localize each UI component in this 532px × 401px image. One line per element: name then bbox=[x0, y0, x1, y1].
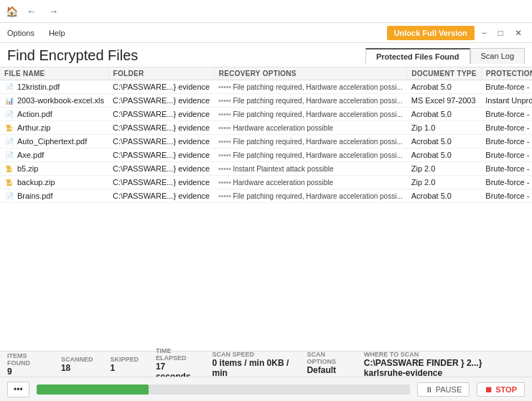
menu-bar: Options Help Unlock Full Version − □ ✕ bbox=[0, 23, 532, 43]
table-row[interactable]: 📄 Auto_Ciphertext.pdf C:\PASSWARE...} ev… bbox=[0, 135, 532, 148]
cell-protection: Brute-force - Fast bbox=[481, 162, 532, 176]
help-menu[interactable]: Help bbox=[47, 26, 67, 40]
filename-text: Arthur.zip bbox=[17, 123, 50, 132]
recovery-text: Instant Plaintext attack possible bbox=[233, 165, 333, 173]
pause-button[interactable]: ⏸ PAUSE bbox=[417, 382, 470, 397]
table-row[interactable]: 🗜 backup.zip C:\PASSWARE...} evidence ••… bbox=[0, 176, 532, 189]
recovery-text: File patching required, Hardware acceler… bbox=[233, 110, 402, 118]
status-bar: ITEMS FOUND 9 SCANNED 18 SKIPPED 1 TIME … bbox=[0, 351, 532, 377]
col-header-filename: FILE NAME bbox=[0, 67, 108, 80]
file-type-icon: 📄 bbox=[4, 150, 14, 160]
recovery-text: Hardware acceleration possible bbox=[233, 124, 333, 132]
close-button[interactable]: ✕ bbox=[510, 27, 526, 39]
scan-speed-value: 0 items / min 0KB / min bbox=[213, 358, 290, 378]
cell-folder: C:\PASSWARE...} evidence bbox=[108, 135, 214, 148]
cell-folder: C:\PASSWARE...} evidence bbox=[108, 108, 214, 121]
cell-protection: Brute-force - Slow bbox=[481, 176, 532, 189]
cell-doctype: Acrobat 5.0 bbox=[407, 135, 482, 148]
stat-skipped: SKIPPED 1 bbox=[110, 356, 139, 373]
title-bar: 🏠 ← → bbox=[0, 0, 532, 23]
cell-filename: 📄 Brains.pdf bbox=[0, 189, 108, 203]
cell-recovery: ••••• File patching required, Hardware a… bbox=[214, 80, 407, 94]
cell-recovery: ••••• Hardware acceleration possible bbox=[214, 176, 407, 189]
page-tabs: Protected Files Found Scan Log bbox=[365, 48, 525, 64]
maximize-button[interactable]: □ bbox=[494, 27, 508, 39]
file-table: FILE NAME FOLDER RECOVERY OPTIONS DOCUME… bbox=[0, 67, 532, 203]
cell-folder: C:\PASSWARE...} evidence bbox=[108, 94, 214, 108]
cell-protection: Instant Unprotection bbox=[481, 94, 532, 108]
skipped-label: SKIPPED bbox=[110, 356, 139, 363]
cell-protection: Brute-force - Medium bbox=[481, 148, 532, 162]
file-table-container: FILE NAME FOLDER RECOVERY OPTIONS DOCUME… bbox=[0, 67, 532, 351]
filename-text: 12kristin.pdf bbox=[17, 82, 60, 91]
scan-options-value: Default bbox=[307, 365, 336, 375]
cell-protection: Brute-force - Medium bbox=[481, 80, 532, 94]
stat-scan-options: SCAN OPTIONS Default bbox=[307, 351, 346, 378]
unlock-full-version-button[interactable]: Unlock Full Version bbox=[387, 26, 475, 40]
home-icon[interactable]: 🏠 bbox=[6, 6, 18, 17]
dots-button[interactable]: ••• bbox=[7, 382, 29, 397]
filename-text: Auto_Ciphertext.pdf bbox=[17, 137, 87, 146]
cell-doctype: Zip 1.0 bbox=[407, 121, 482, 135]
cell-filename: 📊 2003-workbook-excel.xls bbox=[0, 94, 108, 108]
col-header-recovery: RECOVERY OPTIONS bbox=[214, 67, 407, 80]
scan-speed-label: SCAN SPEED bbox=[213, 351, 255, 358]
recovery-text: File patching required, Hardware acceler… bbox=[233, 151, 402, 159]
filename-text: Axe.pdf bbox=[17, 151, 44, 159]
recovery-text: File patching required, Hardware acceler… bbox=[233, 83, 402, 91]
recovery-dots: ••••• bbox=[218, 124, 233, 132]
table-row[interactable]: 📄 Action.pdf C:\PASSWARE...} evidence ••… bbox=[0, 108, 532, 121]
file-type-icon: 📄 bbox=[4, 136, 14, 146]
cell-doctype: Acrobat 5.0 bbox=[407, 108, 482, 121]
file-type-icon: 📄 bbox=[4, 82, 14, 92]
stat-scanned: SCANNED 18 bbox=[61, 356, 93, 373]
cell-protection: Brute-force - Medium bbox=[481, 135, 532, 148]
cell-folder: C:\PASSWARE...} evidence bbox=[108, 189, 214, 203]
items-found-label: ITEMS FOUND bbox=[7, 352, 44, 367]
options-menu[interactable]: Options bbox=[6, 26, 36, 40]
cell-protection: Brute-force - Medium bbox=[481, 108, 532, 121]
pause-label: PAUSE bbox=[436, 385, 462, 394]
back-button[interactable]: ← bbox=[22, 4, 40, 19]
stop-button[interactable]: ⏹ STOP bbox=[477, 382, 525, 397]
cell-filename: 🗜 backup.zip bbox=[0, 176, 108, 189]
file-type-icon: 📄 bbox=[4, 109, 14, 119]
table-row[interactable]: 📄 12kristin.pdf C:\PASSWARE...} evidence… bbox=[0, 80, 532, 94]
menu-bar-left: Options Help bbox=[6, 26, 67, 40]
table-header-row: FILE NAME FOLDER RECOVERY OPTIONS DOCUME… bbox=[0, 67, 532, 80]
cell-doctype: Zip 2.0 bbox=[407, 162, 482, 176]
page-title: Find Encrypted Files bbox=[7, 47, 138, 64]
tab-scan-log[interactable]: Scan Log bbox=[470, 48, 525, 64]
cell-recovery: ••••• File patching required, Hardware a… bbox=[214, 148, 407, 162]
cell-folder: C:\PASSWARE...} evidence bbox=[108, 80, 214, 94]
cell-filename: 🗜 b5.zip bbox=[0, 162, 108, 176]
tab-protected-files-found[interactable]: Protected Files Found bbox=[365, 48, 470, 64]
scan-options-group: SCAN OPTIONS Default WHERE TO SCAN C:\PA… bbox=[307, 351, 525, 378]
file-type-icon: 🗜 bbox=[4, 164, 14, 174]
cell-filename: 📄 Axe.pdf bbox=[0, 148, 108, 162]
col-header-folder: FOLDER bbox=[108, 67, 214, 80]
table-row[interactable]: 📄 Axe.pdf C:\PASSWARE...} evidence •••••… bbox=[0, 148, 532, 162]
progress-track bbox=[37, 385, 410, 395]
cell-doctype: Acrobat 5.0 bbox=[407, 80, 482, 94]
pause-icon: ⏸ bbox=[425, 385, 433, 394]
cell-recovery: ••••• Instant Plaintext attack possible bbox=[214, 162, 407, 176]
stop-icon: ⏹ bbox=[485, 385, 493, 394]
skipped-value: 1 bbox=[110, 363, 115, 373]
cell-recovery: ••••• File patching required, Hardware a… bbox=[214, 189, 407, 203]
table-row[interactable]: 🗜 b5.zip C:\PASSWARE...} evidence ••••• … bbox=[0, 162, 532, 176]
cell-recovery: ••••• Hardware acceleration possible bbox=[214, 121, 407, 135]
table-row[interactable]: 🗜 Arthur.zip C:\PASSWARE...} evidence ••… bbox=[0, 121, 532, 135]
table-row[interactable]: 📊 2003-workbook-excel.xls C:\PASSWARE...… bbox=[0, 94, 532, 108]
progress-bar-row: ••• ⏸ PAUSE ⏹ STOP bbox=[0, 377, 532, 401]
file-type-icon: 📊 bbox=[4, 95, 14, 105]
stop-label: STOP bbox=[495, 385, 517, 394]
forward-button[interactable]: → bbox=[45, 4, 62, 19]
cell-folder: C:\PASSWARE...} evidence bbox=[108, 148, 214, 162]
table-row[interactable]: 📄 Brains.pdf C:\PASSWARE...} evidence ••… bbox=[0, 189, 532, 203]
filename-text: b5.zip bbox=[17, 164, 38, 173]
recovery-text: File patching required, Hardware acceler… bbox=[233, 97, 402, 105]
minimize-button[interactable]: − bbox=[477, 27, 491, 39]
recovery-dots: ••••• bbox=[218, 97, 233, 105]
scanned-label: SCANNED bbox=[61, 356, 93, 363]
